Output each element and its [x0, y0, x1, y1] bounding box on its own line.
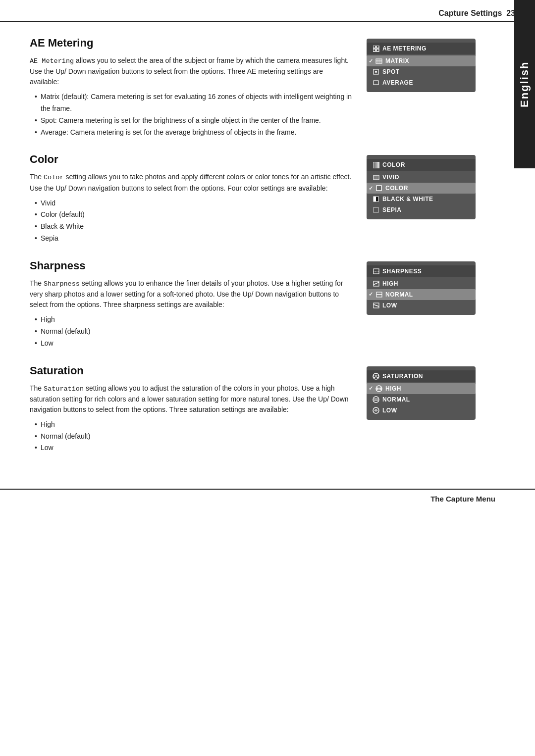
- color-color[interactable]: ✓ COLOR: [367, 183, 476, 194]
- saturation-bullet-3: Low: [35, 442, 352, 454]
- ae-metering-menu: AE METERING ✓ MATRIX: [367, 39, 476, 92]
- saturation-low[interactable]: LOW: [367, 405, 476, 416]
- ae-metering-spot-label: SPOT: [382, 68, 400, 75]
- sepia-icon: [373, 206, 379, 213]
- color-sq-icon: [375, 185, 382, 192]
- sharpness-panel: SHARPNESS HIGH ✓: [367, 259, 476, 350]
- page-footer: The Capture Menu: [0, 489, 535, 513]
- svg-line-27: [374, 282, 379, 285]
- sharpness-normal[interactable]: ✓ NORMAL: [367, 289, 476, 300]
- color-bw[interactable]: BLACK & WHITE: [367, 194, 476, 204]
- matrix-icon: [375, 57, 382, 64]
- color-title: Color: [30, 153, 352, 166]
- high-sharp-icon: [373, 280, 379, 287]
- checkmark-sharp-icon: ✓: [369, 291, 374, 298]
- ae-metering-bullets: Matrix (default): Camera metering is set…: [30, 91, 352, 138]
- svg-point-40: [376, 399, 378, 401]
- sharpness-high-label: HIGH: [382, 280, 398, 287]
- ae-metering-spot[interactable]: SPOT: [367, 66, 476, 77]
- ae-metering-bullet-1: Matrix (default): Camera metering is set…: [35, 91, 352, 115]
- saturation-text: Saturation The Saturation setting allows…: [30, 364, 352, 454]
- saturation-bullet-1: High: [35, 419, 352, 431]
- page-header: Capture Settings 23: [0, 0, 535, 22]
- sat-high-icon: [375, 385, 382, 392]
- bw-icon: [373, 196, 379, 202]
- saturation-normal-label: NORMAL: [382, 396, 410, 403]
- sharpness-menu: SHARPNESS HIGH ✓: [367, 261, 476, 315]
- saturation-high[interactable]: ✓ HIGH: [367, 383, 476, 394]
- color-bw-label: BLACK & WHITE: [382, 196, 433, 202]
- sharpness-text: Sharpness The Sharpness setting allows y…: [30, 259, 352, 350]
- color-sepia-label: SEPIA: [382, 206, 402, 213]
- svg-rect-0: [373, 46, 375, 48]
- saturation-high-label: HIGH: [385, 385, 401, 392]
- sharpness-bullets: High Normal (default) Low: [30, 314, 352, 349]
- saturation-section: Saturation The Saturation setting allows…: [30, 364, 476, 454]
- checkmark-icon: ✓: [369, 58, 374, 64]
- sharpness-low-label: LOW: [382, 302, 397, 309]
- sharpness-bullet-3: Low: [35, 338, 352, 350]
- ae-metering-bullet-3: Average: Camera metering is set for the …: [35, 127, 352, 139]
- saturation-body: The Saturation setting allows you to adj…: [30, 383, 352, 415]
- color-header-icon: [373, 161, 379, 168]
- color-bullet-4: Sepia: [35, 233, 352, 245]
- color-menu-header: COLOR: [367, 159, 476, 171]
- ae-metering-matrix-label: MATRIX: [385, 57, 409, 64]
- ae-metering-panel: AE METERING ✓ MATRIX: [367, 37, 476, 138]
- color-color-label: COLOR: [385, 185, 408, 192]
- sharpness-bullet-1: High: [35, 314, 352, 326]
- ae-metering-menu-header-label: AE METERING: [382, 45, 427, 52]
- color-body: The Color setting allows you to take pho…: [30, 172, 352, 193]
- sharpness-body: The Sharpness setting allows you to enha…: [30, 278, 352, 310]
- color-menu-header-label: COLOR: [382, 161, 405, 168]
- color-vivid-label: VIVID: [382, 174, 399, 181]
- ae-metering-section: AE Metering AE Metering allows you to se…: [30, 37, 476, 138]
- sharpness-menu-header: SHARPNESS: [367, 265, 476, 277]
- checkmark-color-icon: ✓: [369, 185, 374, 192]
- ae-metering-average[interactable]: AVERAGE: [367, 77, 476, 88]
- vivid-icon: [373, 174, 379, 181]
- sharpness-low[interactable]: LOW: [367, 300, 476, 311]
- low-sharp-icon: [373, 302, 379, 309]
- svg-rect-13: [375, 162, 377, 168]
- sharpness-header-icon: [373, 268, 379, 275]
- english-tab: English: [514, 0, 535, 168]
- svg-rect-12: [373, 162, 375, 168]
- svg-rect-19: [376, 186, 381, 191]
- ae-metering-matrix[interactable]: ✓ MATRIX: [367, 55, 476, 66]
- sharpness-normal-label: NORMAL: [385, 291, 413, 298]
- page-header-title: Capture Settings 23: [438, 9, 515, 18]
- sharpness-high[interactable]: HIGH: [367, 278, 476, 289]
- svg-rect-2: [373, 49, 375, 51]
- sharpness-bullet-2: Normal (default): [35, 326, 352, 338]
- color-sepia[interactable]: SEPIA: [367, 204, 476, 215]
- color-bullet-2: Color (default): [35, 209, 352, 221]
- color-bullet-1: Vivid: [35, 198, 352, 209]
- ae-metering-title: AE Metering: [30, 37, 352, 50]
- svg-point-39: [374, 399, 376, 401]
- svg-point-10: [375, 71, 377, 73]
- svg-rect-20: [374, 197, 376, 202]
- svg-point-34: [376, 375, 379, 377]
- svg-rect-21: [376, 197, 378, 202]
- sat-normal-icon: [373, 396, 379, 403]
- svg-rect-3: [376, 49, 379, 51]
- ae-metering-average-label: AVERAGE: [382, 79, 413, 86]
- color-vivid[interactable]: VIVID: [367, 172, 476, 183]
- svg-rect-23: [374, 207, 378, 212]
- sharpness-title: Sharpness: [30, 259, 352, 272]
- color-bullets: Vivid Color (default) Black & White Sepi…: [30, 198, 352, 245]
- saturation-bullets: High Normal (default) Low: [30, 419, 352, 454]
- normal-sharp-icon: [375, 291, 382, 298]
- ae-metering-text: AE Metering AE Metering allows you to se…: [30, 37, 352, 138]
- spot-icon: [373, 68, 379, 75]
- saturation-bullet-2: Normal (default): [35, 431, 352, 443]
- saturation-normal[interactable]: NORMAL: [367, 394, 476, 405]
- ae-metering-menu-header: AE METERING: [367, 43, 476, 54]
- saturation-panel: SATURATION ✓ HIGH: [367, 364, 476, 454]
- average-icon: [373, 79, 379, 86]
- saturation-header-icon: [373, 373, 379, 380]
- sharpness-menu-header-label: SHARPNESS: [382, 268, 422, 275]
- color-section: Color The Color setting allows you to ta…: [30, 153, 476, 244]
- grid-icon: [373, 45, 379, 52]
